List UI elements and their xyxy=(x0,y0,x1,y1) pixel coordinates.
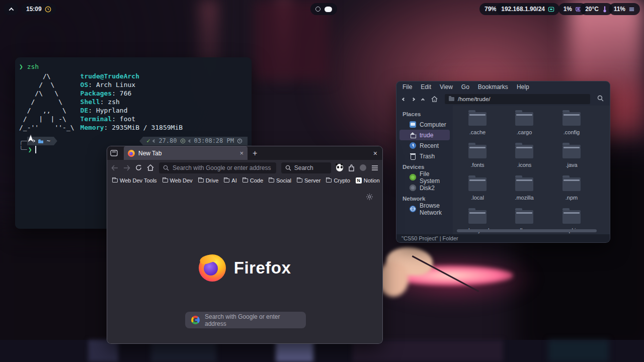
new-tab-button[interactable]: + xyxy=(253,149,257,158)
search-button[interactable] xyxy=(597,95,604,104)
arch-launcher-icon xyxy=(9,7,14,12)
urlbar-placeholder: Search with Google or enter address xyxy=(173,164,271,171)
searchbar-input[interactable]: Search xyxy=(281,162,331,173)
prompt-cwd: ~ xyxy=(47,137,50,145)
sidebar-item-file-system[interactable]: File System xyxy=(399,172,450,183)
file-item[interactable]: .npm xyxy=(550,177,593,201)
cpu-widget[interactable]: 11% xyxy=(609,3,640,15)
file-item[interactable]: .local xyxy=(456,177,499,201)
horizontal-scrollbar[interactable] xyxy=(457,229,597,232)
bookmark-folder-code[interactable]: Code xyxy=(243,177,263,184)
memory-usage: 1% xyxy=(564,6,572,13)
bookmark-folder-web-dev[interactable]: Web Dev xyxy=(163,177,193,184)
bookmark-folder-web-dev-tools[interactable]: Web Dev Tools xyxy=(112,177,157,184)
sidebar-item-browse-network[interactable]: Browse Network xyxy=(399,204,450,214)
cpu-menu-icon xyxy=(628,6,635,13)
workspace-2-indicator-active[interactable] xyxy=(325,7,332,12)
tab-close-button[interactable]: × xyxy=(239,149,244,157)
folder-icon xyxy=(243,178,248,183)
forward-button[interactable] xyxy=(123,165,130,171)
firefox-window[interactable]: New Tab × + × Search with Google or ente… xyxy=(107,146,383,344)
sidebar-item-computer[interactable]: Computer xyxy=(399,119,450,130)
newtab-search-input[interactable]: Search with Google or enter address xyxy=(185,312,306,328)
file-manager-window[interactable]: File Edit View Go Bookmarks Help /home/t… xyxy=(396,81,610,243)
path-bar-input[interactable]: /home/trude/ xyxy=(445,94,590,104)
bookmark-folder-drive[interactable]: Drive xyxy=(198,177,219,184)
places-sidebar: Places Computer trude Recent Trash Devic… xyxy=(396,106,453,234)
menu-file[interactable]: File xyxy=(403,83,412,90)
workspace-1-indicator[interactable] xyxy=(315,7,320,12)
sidebar-item-trude[interactable]: trude xyxy=(399,130,450,140)
folder-icon xyxy=(112,178,118,183)
computer-icon xyxy=(410,121,416,128)
menu-edit[interactable]: Edit xyxy=(421,83,431,90)
clock-text: 15:09 xyxy=(26,6,42,13)
filesystem-icon xyxy=(410,174,416,180)
menu-go[interactable]: Go xyxy=(461,83,469,90)
workspace-switcher[interactable] xyxy=(310,3,337,15)
disabled-extension-icon[interactable] xyxy=(360,164,366,171)
cpu-usage: 11% xyxy=(614,6,625,13)
home-button[interactable] xyxy=(431,96,438,102)
home-icon xyxy=(410,132,416,138)
folder-icon xyxy=(326,178,332,183)
volume-level: 79% xyxy=(485,6,497,13)
menu-view[interactable]: View xyxy=(440,83,453,90)
temperature-widget[interactable]: 20°C xyxy=(580,3,613,15)
network-address: 192.168.1.90/24 xyxy=(501,6,545,13)
file-item[interactable]: .cache xyxy=(456,112,499,135)
terminal-command-line: ❯ zsh xyxy=(19,62,248,71)
reload-button[interactable] xyxy=(135,164,142,171)
clock-widget[interactable]: 15:09 xyxy=(21,3,56,15)
file-item[interactable]: .fonts xyxy=(456,145,499,168)
fastfetch-info: trude@TrudeArch OS: Arch Linux Packages:… xyxy=(80,72,183,132)
tab-new-tab[interactable]: New Tab × xyxy=(124,146,248,160)
prompt-frame-bottom: ╰─ xyxy=(19,145,27,154)
disk-icon xyxy=(410,185,416,191)
folder-icon xyxy=(38,139,44,144)
status-bar: 15:09 79% 192.168.1.90/24 1% 20°C xyxy=(0,0,644,18)
trash-icon xyxy=(410,153,416,159)
firefox-view-button[interactable] xyxy=(107,150,120,156)
menu-button[interactable] xyxy=(371,165,378,171)
folder-icon xyxy=(468,145,487,158)
firefox-favicon xyxy=(128,150,135,157)
mouse-cursor xyxy=(26,134,35,144)
forward-button[interactable] xyxy=(412,98,415,101)
file-item[interactable]: .mozilla xyxy=(503,177,546,201)
home-button[interactable] xyxy=(147,164,154,171)
google-icon xyxy=(191,316,200,324)
search-icon xyxy=(285,165,291,171)
separator-chevron-icon xyxy=(152,139,156,143)
sidebar-item-recent[interactable]: Recent xyxy=(399,140,450,151)
network-globe-icon xyxy=(410,206,416,212)
personalize-gear-button[interactable] xyxy=(366,193,373,203)
extension-icon[interactable] xyxy=(348,164,355,171)
bookmark-folder-social[interactable]: Social xyxy=(269,177,291,184)
ram-icon xyxy=(180,138,186,144)
menu-bookmarks[interactable]: Bookmarks xyxy=(478,83,508,90)
tab-title: New Tab xyxy=(138,150,162,157)
status-bar-text: "CS50 Project" | Folder xyxy=(396,234,610,242)
launcher-button[interactable] xyxy=(4,3,18,15)
network-widget[interactable]: 192.168.1.90/24 xyxy=(496,3,559,15)
prompt-time: 03:08:28 PM xyxy=(194,137,234,145)
recent-clock-icon xyxy=(410,142,416,149)
window-close-button[interactable]: × xyxy=(373,149,377,157)
file-item[interactable]: .icons xyxy=(503,145,546,168)
privacy-badger-extension-icon[interactable] xyxy=(336,164,344,171)
file-item[interactable]: .java xyxy=(550,145,593,168)
file-item[interactable]: .config xyxy=(550,112,593,135)
file-item[interactable]: .cargo xyxy=(503,112,546,135)
bookmark-folder-crypto[interactable]: Crypto xyxy=(326,177,350,184)
up-button[interactable] xyxy=(422,98,424,101)
urlbar-input[interactable]: Search with Google or enter address xyxy=(159,162,276,173)
bookmark-folder-server[interactable]: Server xyxy=(297,177,320,184)
sidebar-item-trash[interactable]: Trash xyxy=(399,151,450,161)
bookmark-folder-ai[interactable]: AI xyxy=(224,177,236,184)
back-button[interactable] xyxy=(403,98,405,101)
bookmark-notion[interactable]: NNotion xyxy=(356,177,380,184)
menu-help[interactable]: Help xyxy=(517,83,529,90)
searchbar-placeholder: Search xyxy=(294,164,313,171)
back-button[interactable] xyxy=(111,165,118,171)
